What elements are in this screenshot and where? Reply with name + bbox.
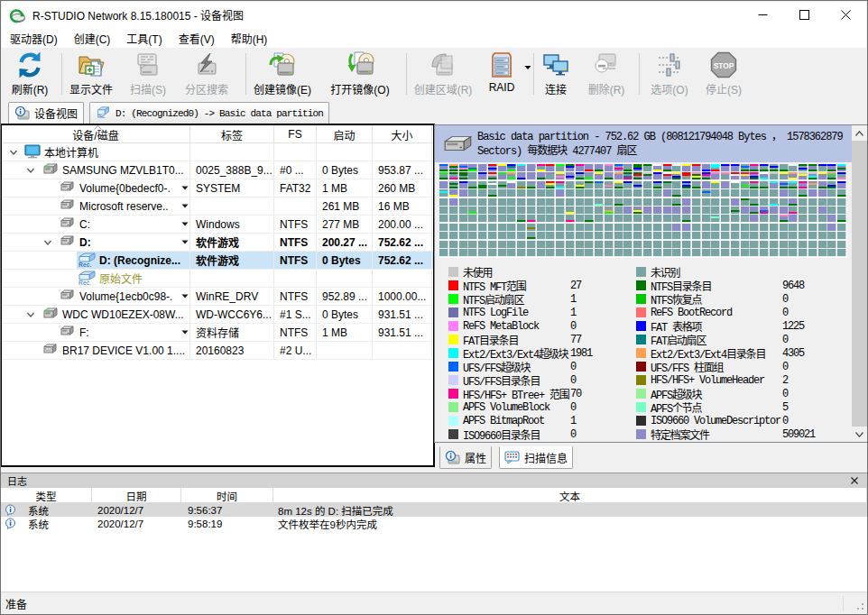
log-panel: 日志 类型日期时间文本 系统2020/12/79:56:378m 12s 的 D… <box>1 473 867 592</box>
legend-count: 2 <box>782 373 788 387</box>
scan-block-map[interactable] <box>439 164 847 258</box>
toolbar-label-refresh: 刷新(R) <box>12 81 49 96</box>
tree-column-header-2[interactable]: FS <box>274 125 317 143</box>
log-column-header-1[interactable]: 日期 <box>92 488 181 503</box>
tree-cell-fs: FAT32 <box>274 179 317 197</box>
mount-dropdown-icon[interactable] <box>181 240 189 244</box>
legend-count: 0 <box>782 292 788 306</box>
tree-cell-label: SYSTEM <box>190 179 274 197</box>
scrollbar-down-button[interactable] <box>852 427 867 442</box>
sub-tab-1[interactable]: 扫描信息 <box>499 446 573 469</box>
window-title: R-STUDIO Network 8.15.180015 - 设备视图 <box>32 7 244 23</box>
tree-row-10[interactable]: F:资料存储NTFS1 MB931.51 ... <box>2 324 433 342</box>
legend-count: 1 <box>570 414 576 427</box>
tree-device-name: BR17 DEVICE V1.00 1.... <box>62 342 185 359</box>
toolbar-separator <box>61 53 62 95</box>
expander-icon[interactable] <box>9 148 18 157</box>
resize-grip[interactable] <box>853 599 865 611</box>
tree-row-11[interactable]: BR17 DEVICE V1.00 1....20160823#2 U... <box>2 342 433 360</box>
scrollbar-thumb[interactable] <box>852 141 867 427</box>
delete-icon <box>592 50 621 79</box>
tree-column-header-4[interactable]: 大小 <box>373 125 432 143</box>
tree-row-0[interactable]: 本地计算机 <box>2 143 433 161</box>
toolbar-separator <box>245 53 246 95</box>
log-cell-type: 系统 <box>28 503 49 517</box>
toolbar-separator <box>639 53 640 95</box>
svg-text:Rec.: Rec. <box>97 114 106 118</box>
sub-tab-0[interactable]: 属性 <box>439 446 492 469</box>
menu-item-3[interactable]: 查看(V) <box>171 28 223 49</box>
tree-row-8[interactable]: Volume{1ecb0c98-.WinRE_DRVNTFS952.89 ...… <box>2 288 433 306</box>
tree-row-4[interactable]: C:WindowsNTFS277 MB200.00 ... <box>2 216 433 234</box>
mount-dropdown-icon[interactable] <box>181 294 189 298</box>
toolbar-label-scan: 扫描(S) <box>130 81 166 96</box>
mount-dropdown-icon[interactable] <box>181 186 189 190</box>
tree-cell-label: 0025_388B_9... <box>190 161 274 179</box>
tree-row-5[interactable]: D:软件游戏NTFS200.27 ...752.62 ... <box>2 234 433 252</box>
sort-ascending-icon <box>94 125 102 130</box>
legend-count: 0 <box>570 319 576 333</box>
expander-icon[interactable] <box>26 166 35 175</box>
recognized-icon: Rec. <box>96 106 111 120</box>
volume-icon <box>60 198 75 210</box>
menu-item-0[interactable]: 驱动器(D) <box>2 28 66 49</box>
menu-item-2[interactable]: 工具(T) <box>118 28 170 49</box>
tree-cell-device: SAMSUNG MZVLB1T0... <box>2 161 190 179</box>
legend-swatch <box>636 348 646 358</box>
tree-cell-device: C: <box>2 216 190 233</box>
legend-swatch <box>636 429 646 439</box>
minimize-button[interactable] <box>742 2 783 28</box>
tree-device-name: C: <box>79 216 90 233</box>
maximize-button[interactable] <box>783 2 825 28</box>
tree-cell-label <box>190 143 274 161</box>
tree-row-9[interactable]: WDC WD10EZEX-08W...WD-WCC6Y6...#1 S...0 … <box>2 306 433 324</box>
log-column-header-3[interactable]: 文本 <box>273 488 867 503</box>
view-tab-1[interactable]: Rec.D: (Recognized0) -> Basic data parti… <box>89 102 329 124</box>
menu-item-4[interactable]: 帮助(H) <box>223 28 276 49</box>
log-column-header-2[interactable]: 时间 <box>181 488 273 503</box>
mount-dropdown-icon[interactable] <box>181 222 189 226</box>
tree-cell-fs: #2 U... <box>274 342 317 359</box>
legend-label: APFS个节点 <box>651 399 701 416</box>
toolbar-button-open-image[interactable]: 打开镜像(O) <box>328 50 392 98</box>
log-title: 日志 <box>7 473 27 488</box>
tree-row-2[interactable]: Volume{0bedecf0-.SYSTEMFAT321 MB260 MB <box>2 179 433 197</box>
device-tree-panel: 设备/磁盘标签FS启动大小 本地计算机SAMSUNG MZVLB1T0...00… <box>0 124 435 467</box>
mount-dropdown-icon[interactable] <box>181 330 189 335</box>
tree-row-1[interactable]: SAMSUNG MZVLB1T0...0025_388B_9...#0 ...0… <box>2 161 433 179</box>
minimize-icon <box>758 10 768 20</box>
toolbar-button-raid[interactable]: RAID <box>482 50 522 98</box>
view-tab-label: D: (Recognized0) -> Basic data partition <box>115 108 323 119</box>
legend-label: APFS VolumeBlock <box>463 401 549 414</box>
log-row-0[interactable]: 系统2020/12/79:56:378m 12s 的 D: 扫描已完成 <box>1 503 867 517</box>
view-tab-0[interactable]: 设备视图 <box>8 102 84 124</box>
legend-item-left-12: ISO9660目录条目 <box>448 427 540 441</box>
tree-row-7[interactable]: Rec.原始文件 <box>2 270 433 288</box>
tree-row-3[interactable]: Microsoft reserve..261 MB16 MB <box>2 197 433 216</box>
expander-icon[interactable] <box>26 310 35 319</box>
log-column-header-0[interactable]: 类型 <box>1 488 92 503</box>
toolbar-label-create-region: 创建区域(R) <box>414 81 473 96</box>
tree-cell-size: 260 MB <box>373 179 432 197</box>
toolbar-button-refresh[interactable]: 刷新(R) <box>5 50 55 98</box>
toolbar-button-show-files[interactable]: 显示文件 <box>66 50 116 98</box>
tree-cell-label: Windows <box>190 216 274 233</box>
scrollbar-up-button[interactable] <box>852 125 867 141</box>
mount-dropdown-icon[interactable] <box>181 204 189 208</box>
expander-icon[interactable] <box>43 238 52 247</box>
raid-dropdown-arrow[interactable] <box>523 63 532 72</box>
close-button[interactable] <box>825 2 866 28</box>
tree-column-header-1[interactable]: 标签 <box>190 125 274 143</box>
log-close-icon[interactable] <box>849 475 860 486</box>
tree-cell-start <box>317 270 373 287</box>
toolbar-button-connect[interactable]: 连接 <box>534 50 577 98</box>
properties-icon <box>445 451 460 464</box>
disk-icon <box>42 307 59 319</box>
tree-column-header-3[interactable]: 启动 <box>317 125 373 143</box>
toolbar-button-create-image[interactable]: 创建镜像(E) <box>250 50 315 98</box>
scan-scrollbar[interactable] <box>852 125 867 442</box>
scan-header: Basic data partition - 752.62 GB (808121… <box>435 125 852 162</box>
tree-row-6[interactable]: Rec.D: (Recognize...软件游戏NTFS0 Bytes752.6… <box>2 252 433 270</box>
menu-item-1[interactable]: 创建(C) <box>66 28 119 49</box>
log-row-1[interactable]: 系统2020/12/79:58:19文件枚举在9秒内完成 <box>1 517 867 530</box>
